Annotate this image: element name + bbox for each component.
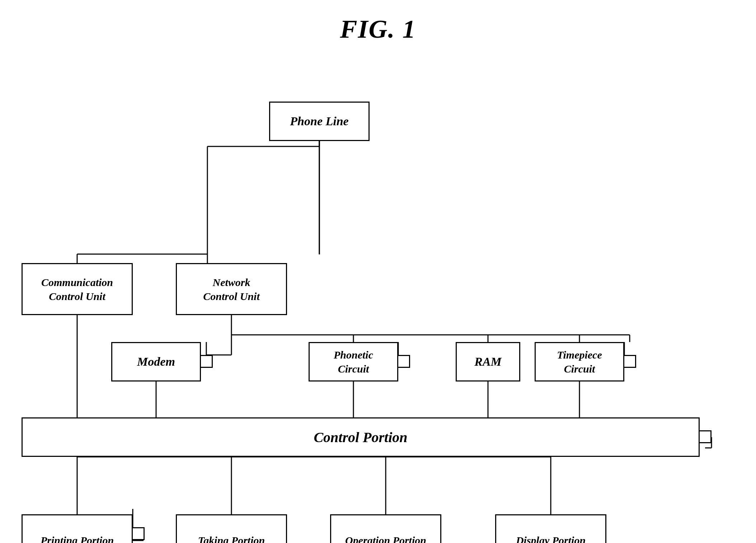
network-control-box: Network Control Unit xyxy=(176,263,287,315)
printing-box: Printing Portion xyxy=(22,514,133,543)
ram-box: RAM xyxy=(456,342,520,381)
modem-box: Modem xyxy=(111,342,201,381)
control-portion-box: Control Portion xyxy=(22,417,700,457)
phone-line-box: Phone Line xyxy=(269,102,370,141)
page-title: FIG. 1 xyxy=(0,0,756,55)
control-connector xyxy=(699,430,712,443)
comm-control-box: Communication Control Unit xyxy=(22,263,133,315)
printing-connector xyxy=(132,527,145,540)
timepiece-connector xyxy=(623,355,636,368)
display-box: Display Portion xyxy=(495,514,606,543)
taking-box: Taking Portion xyxy=(176,514,287,543)
modem-connector xyxy=(200,355,213,368)
operation-box: Operation Portion xyxy=(330,514,441,543)
phonetic-box: Phonetic Circuit xyxy=(309,342,398,381)
timepiece-box: Timepiece Circuit xyxy=(535,342,624,381)
diagram: Phone Line Communication Control Unit Ne… xyxy=(0,55,756,543)
phonetic-connector xyxy=(397,355,410,368)
